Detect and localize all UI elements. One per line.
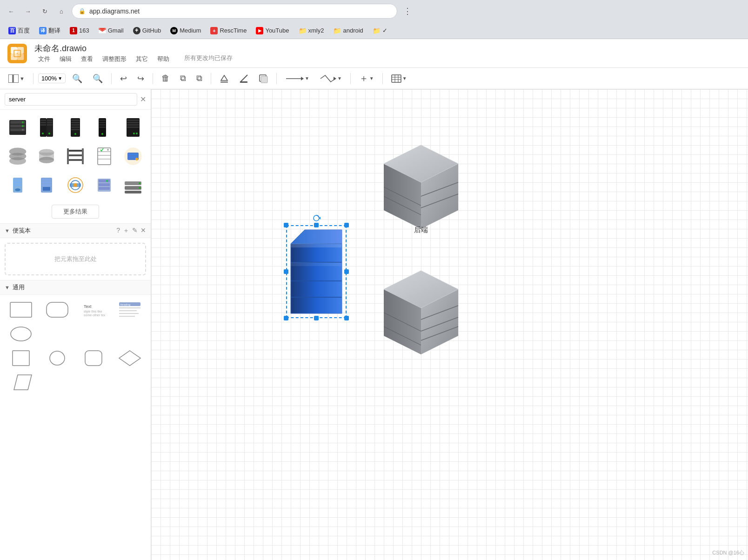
search-clear-button[interactable]: ✕ [140,95,146,104]
scratchpad-close-button[interactable]: ✕ [140,227,146,235]
bookmark-163[interactable]: 1 163 [66,26,93,36]
handle-tl[interactable] [284,223,288,227]
shape-server-14[interactable] [91,172,117,198]
table-button[interactable]: ▼ [387,73,411,85]
general-shape-circle[interactable] [41,348,73,368]
svg-point-40 [48,133,50,134]
shape-server-8[interactable] [62,143,88,169]
rotate-handle[interactable] [312,214,321,224]
general-shape-text[interactable]: Text style this like some other text [77,300,110,320]
gmail-icon [99,27,106,34]
shape-server-2[interactable] [33,114,60,140]
fill-color-button[interactable] [216,72,233,85]
more-button[interactable]: ⋮ [401,5,414,18]
general-shape-parallelogram[interactable] [5,372,37,393]
address-bar[interactable]: 🔒 app.diagrams.net [72,4,397,19]
svg-point-59 [136,133,138,134]
line-color-button[interactable] [235,72,252,85]
medium-icon: M [170,27,178,34]
folder-icon-more: 📁 [373,27,381,34]
gray-server-shape-1 [374,136,468,229]
general-shape-rounded-square[interactable] [77,348,110,368]
canvas-area[interactable]: 后端 [151,89,748,560]
menu-help[interactable]: 帮助 [154,54,173,64]
undo-button[interactable]: ↩ [116,72,131,86]
scratchpad-add-button[interactable]: ＋ [123,227,129,235]
shape-server-10[interactable] [120,143,146,169]
scratchpad-section-header[interactable]: ▼ 便笺本 ? ＋ ✎ ✕ [0,223,151,238]
format-panel-toggle[interactable]: ▼ [5,73,28,85]
server-bottom-right[interactable] [374,261,468,356]
general-shape-rect[interactable] [5,300,37,320]
shape-server-12[interactable] [33,172,60,198]
server-top-right[interactable]: 后端 [374,136,468,234]
bookmark-github[interactable]: ⚘ GitHub [129,26,165,36]
divider3 [153,73,153,84]
redo-button[interactable]: ↪ [134,72,148,86]
general-shape-ellipse[interactable] [5,324,37,344]
copy-button[interactable]: ⧉ [176,72,190,85]
shape-server-1[interactable] [5,114,31,140]
svg-rect-73 [67,148,69,164]
waypoint-style-button[interactable]: ▼ [316,73,346,85]
connection-style-button[interactable]: ▼ [281,73,313,85]
shape-server-7[interactable] [33,143,60,169]
menu-edit[interactable]: 编辑 [56,54,75,64]
handle-br[interactable] [344,316,349,320]
svg-marker-129 [291,230,342,244]
general-section-header[interactable]: ▼ 通用 [0,280,151,295]
general-shape-square[interactable] [5,348,37,368]
menu-view[interactable]: 查看 [77,54,97,64]
scratchpad-help-button[interactable]: ? [116,227,120,235]
handle-mr[interactable] [344,269,349,274]
bookmark-more[interactable]: 📁 ✓ [369,26,391,36]
general-shape-rounded-rect[interactable] [41,300,73,320]
bookmark-xmly2[interactable]: 📁 xmly2 [295,26,328,36]
menu-arrange[interactable]: 调整图形 [99,54,130,64]
svg-rect-91 [42,179,51,180]
reload-button[interactable]: ↻ [38,5,51,18]
more-results-button[interactable]: 更多结果 [52,205,99,219]
shape-server-11[interactable] [5,172,31,198]
handle-bl[interactable] [284,316,288,320]
baidu-icon: 百 [8,27,16,34]
shape-server-5[interactable] [120,114,146,140]
shadow-button[interactable] [255,72,272,85]
selected-shape-container[interactable] [286,225,347,318]
bookmark-translate[interactable]: 译 翻译 [35,25,64,36]
handle-tc[interactable] [314,223,319,227]
shape-server-9[interactable] [91,143,117,169]
bookmark-gmail[interactable]: Gmail [95,26,127,36]
forward-button[interactable]: → [21,5,34,18]
shape-server-4[interactable] [91,114,117,140]
handle-ml[interactable] [284,269,288,274]
back-button[interactable]: ← [5,5,18,18]
general-shape-diamond[interactable] [114,348,146,368]
general-shape-note[interactable]: Heading [114,300,146,320]
delete-button[interactable]: 🗑 [158,72,174,85]
divider1 [33,73,33,84]
zoom-out-button[interactable]: 🔍 [68,72,86,86]
handle-bc[interactable] [314,316,319,320]
menu-file[interactable]: 文件 [34,54,54,64]
bookmark-translate-label: 翻译 [48,27,60,35]
zoom-in-button[interactable]: 🔍 [89,72,107,86]
shape-server-3[interactable] [62,114,88,140]
bookmark-baidu[interactable]: 百 百度 [5,25,33,36]
home-button[interactable]: ⌂ [55,5,68,18]
shape-server-13[interactable] [62,172,88,198]
shape-server-15[interactable] [120,172,146,198]
zoom-control[interactable]: 100% ▼ [38,73,66,83]
scratchpad-edit-button[interactable]: ✎ [132,227,138,235]
bookmark-resctime[interactable]: + RescTime [207,26,250,36]
add-shape-button[interactable]: ＋▼ [355,70,378,87]
handle-tr[interactable] [344,223,349,227]
bookmark-android[interactable]: 📁 android [329,26,367,36]
paste-style-button[interactable]: ⧉ [193,72,206,85]
menu-extras[interactable]: 其它 [132,54,152,64]
search-input[interactable] [5,93,137,106]
bookmark-medium[interactable]: M Medium [167,26,205,36]
divider5 [276,73,277,84]
shape-server-6[interactable] [5,143,31,169]
bookmark-youtube[interactable]: ▶ YouTube [252,26,293,36]
